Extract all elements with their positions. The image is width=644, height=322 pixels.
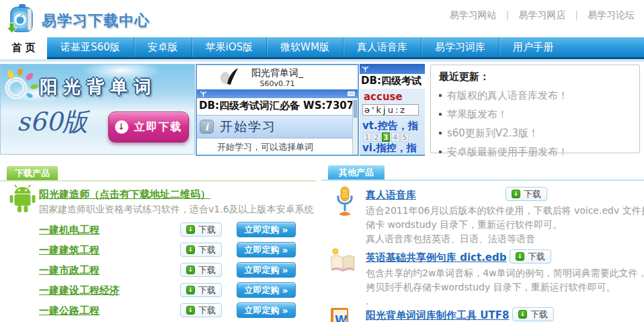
- nav-underline: [0, 59, 644, 62]
- product-row: 一建机电工程 ↓下载 立即定购»: [39, 222, 308, 239]
- word-phonetic: ə'kju:z: [362, 104, 419, 116]
- sun-logo-icon: [2, 69, 40, 104]
- db-info-text: DB:四级考试词汇必备 WS:7307: [197, 98, 358, 115]
- recent-updates-title: 最近更新：: [439, 71, 631, 83]
- desc-line: 拷贝到手机存储卡wordstudy 目录下，重新运行软件即可。: [366, 280, 644, 294]
- download-icon: ↓: [186, 266, 195, 274]
- download-icon: ↓: [512, 190, 520, 198]
- download-now-label: 立即下载: [134, 120, 183, 134]
- antenna-icon: [362, 64, 369, 75]
- downloads-section-tab[interactable]: 下载产品: [7, 166, 58, 180]
- item-desc: 适合2011年06月以后版本的软件使用，下载后将 voice.edv 文件拷 储…: [366, 204, 644, 246]
- product-row: 一建公路工程 ↓下载 立即定购»: [39, 303, 308, 320]
- download-button[interactable]: ↓下载: [180, 243, 222, 257]
- menu-row-start-learning: i 开始学习: [197, 115, 358, 138]
- page: 易学习下载中心 易学习网站 | 易学习网店 | 易学习论坛 诺基亚S60版 安卓…: [0, 0, 644, 322]
- order-button[interactable]: 立即定购»: [237, 303, 296, 318]
- desc-line: .: [366, 294, 644, 309]
- app-header: 阳光背单词_ S60v0.71: [197, 65, 358, 89]
- update-item[interactable]: 苹果版发布！: [439, 108, 631, 121]
- order-button[interactable]: 立即定购»: [237, 242, 296, 257]
- desc-line: 包含共享的约2w单词音标，4w单词的例句，简明词典需要此文件，下: [366, 266, 644, 280]
- update-item[interactable]: 安卓版最新使用手册发布！: [439, 146, 631, 159]
- update-item[interactable]: s60更新到V2.3版！: [439, 127, 631, 140]
- separator: |: [506, 9, 510, 22]
- nav-item-manual[interactable]: 用户手册: [499, 37, 567, 57]
- chevron-right-icon: »: [282, 225, 288, 235]
- item-link[interactable]: 一建市政工程: [39, 264, 99, 276]
- download-button[interactable]: ↓下载: [506, 187, 547, 201]
- promo-title: 阳光背单词: [40, 75, 157, 99]
- update-item[interactable]: 有版权的真人语音库发布！: [439, 89, 631, 102]
- product-row: 一建市政工程 ↓下载 立即定购»: [39, 262, 308, 280]
- product-row: 一建建设工程经济 ↓下载 立即定购»: [39, 282, 308, 300]
- download-icon: ↓: [186, 225, 195, 234]
- microphone-icon: [333, 186, 356, 220]
- bullet-icon: [439, 132, 442, 134]
- download-button[interactable]: ↓下载: [512, 307, 554, 321]
- top-link-store[interactable]: 易学习网店: [518, 9, 565, 22]
- section-divider: [0, 180, 316, 182]
- word-meaning-vi: vi.指控，指: [360, 142, 425, 153]
- download-button[interactable]: ↓下载: [180, 263, 222, 277]
- product-link-builder[interactable]: 阳光建造师（点击有下载地址二维码）: [39, 188, 210, 201]
- page-number: 4: [391, 132, 399, 142]
- promo-edition: s60版: [17, 105, 88, 139]
- item-link[interactable]: 一建机电工程: [39, 224, 99, 236]
- item-link-voice[interactable]: 真人语音库: [366, 189, 416, 202]
- others-section-tab[interactable]: 其他产品: [328, 165, 385, 179]
- recent-updates-panel: 最近更新： 有版权的真人语音库发布！ 苹果版发布！ s60更新到V2.3版！ 安…: [430, 65, 640, 153]
- item-link[interactable]: 一建公路工程: [39, 305, 99, 317]
- download-now-button[interactable]: ↓ 立即下载: [108, 112, 189, 143]
- book-icon: [329, 248, 356, 278]
- status-bar: [360, 64, 425, 74]
- status-bar: [197, 89, 358, 98]
- top-links: 易学习网站 | 易学习网店 | 易学习论坛: [450, 9, 635, 22]
- download-button[interactable]: ↓下载: [180, 303, 222, 317]
- bullet-icon: [439, 151, 442, 153]
- download-button[interactable]: ↓下载: [180, 283, 222, 297]
- page-number: 1: [363, 132, 371, 142]
- nav-item-dict[interactable]: 易学习词库: [421, 37, 499, 57]
- scrollbar: [352, 99, 358, 155]
- pagination: 1 2 3 4 5: [363, 132, 425, 142]
- order-button[interactable]: 立即定购»: [237, 282, 296, 298]
- item-link[interactable]: 一建建设工程经济: [39, 284, 120, 296]
- phone-screenshot-1: 阳光背单词_ S60v0.71 DB:四级考试词汇必备 WS:7307 i 开始…: [196, 64, 359, 156]
- nav-item-s60[interactable]: 诺基亚S60版: [47, 37, 134, 57]
- nav-item-voice[interactable]: 真人语音库: [343, 37, 421, 57]
- word-meaning-vt: vt.控告，指: [360, 116, 425, 130]
- top-link-website[interactable]: 易学习网站: [450, 9, 497, 22]
- menu-subtext: 开始学习，可以选择单词: [197, 138, 358, 153]
- order-button[interactable]: 立即定购»: [237, 262, 296, 278]
- nav-item-wm[interactable]: 微软WM版: [266, 37, 343, 57]
- scrollbar-thumb: [354, 100, 357, 118]
- nav-item-home-active[interactable]: 首 页: [0, 37, 47, 59]
- nav-item-android[interactable]: 安卓版: [134, 37, 192, 57]
- nav-item-ios[interactable]: 苹果iOS版: [192, 37, 267, 57]
- desc-line: 储卡 wordstudy 目录下，重新运行软件即可。: [366, 218, 644, 232]
- top-link-forum[interactable]: 易学习论坛: [588, 9, 635, 22]
- item-link[interactable]: 一建建筑工程: [39, 244, 99, 256]
- item-link-dict[interactable]: 英语基础共享例句库 dict.edb: [366, 251, 507, 264]
- app-logo-icon: [218, 67, 239, 88]
- download-button[interactable]: ↓下载: [510, 249, 551, 264]
- download-icon: ↓: [186, 286, 195, 294]
- menu-label: 开始学习: [220, 118, 276, 136]
- chevron-right-icon: »: [282, 245, 288, 255]
- chevron-right-icon: »: [282, 266, 288, 275]
- download-arrow-icon: ↓: [115, 120, 128, 134]
- item-link-tool[interactable]: 阳光背单词词库制作工具 UTF8: [366, 309, 509, 322]
- chevron-right-icon: »: [282, 286, 288, 295]
- desc-line: 适合2011年06月以后版本的软件使用，下载后将 voice.edv 文件拷: [366, 204, 644, 218]
- db-info-text: DB:四级考试: [360, 74, 425, 89]
- info-icon: i: [200, 120, 214, 134]
- order-button[interactable]: 立即定购»: [237, 222, 296, 237]
- backpack-logo-icon: [5, 3, 39, 39]
- separator: |: [575, 9, 578, 22]
- android-icon: [9, 184, 36, 216]
- download-button[interactable]: ↓下载: [180, 223, 222, 237]
- desc-line: 真人语音库包括英语、日语、法语等语音: [366, 232, 644, 246]
- page-number: 2: [372, 132, 380, 142]
- phone-screenshot-2: DB:四级考试 accuse ə'kju:z vt.控告，指 1 2 3 4 5…: [360, 64, 425, 156]
